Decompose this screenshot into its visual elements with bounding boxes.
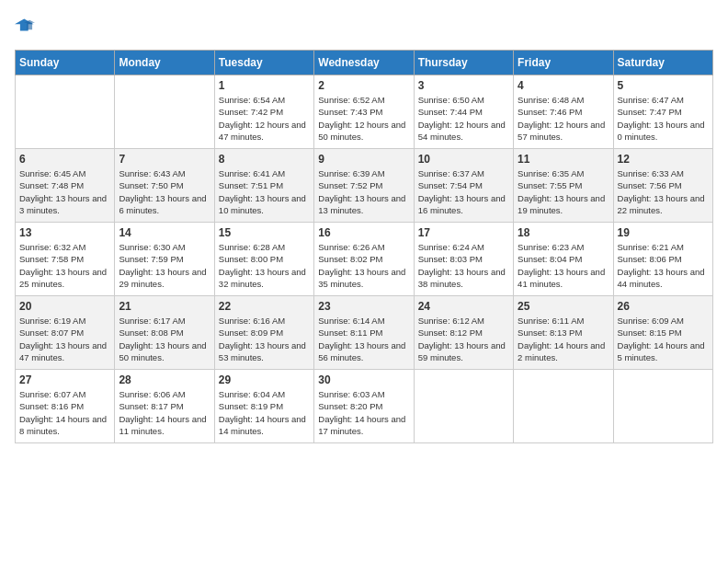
day-number: 17 [418, 226, 509, 239]
calendar-header-row: SundayMondayTuesdayWednesdayThursdayFrid… [16, 51, 713, 75]
day-number: 19 [618, 226, 709, 239]
day-number: 27 [19, 373, 110, 386]
calendar-cell: 14Sunrise: 6:30 AMSunset: 7:59 PMDayligh… [115, 223, 214, 296]
day-info: Sunrise: 6:48 AMSunset: 7:46 PMDaylight:… [518, 94, 609, 143]
calendar-cell [514, 370, 613, 443]
day-info: Sunrise: 6:09 AMSunset: 8:15 PMDaylight:… [618, 315, 709, 363]
day-info: Sunrise: 6:30 AMSunset: 7:59 PMDaylight:… [119, 241, 210, 290]
day-header-saturday: Saturday [613, 51, 712, 75]
day-info: Sunrise: 6:16 AMSunset: 8:09 PMDaylight:… [219, 315, 310, 363]
calendar-cell [16, 75, 115, 149]
calendar-cell: 17Sunrise: 6:24 AMSunset: 8:03 PMDayligh… [414, 223, 513, 296]
calendar-week-row: 6Sunrise: 6:45 AMSunset: 7:48 PMDaylight… [16, 149, 713, 223]
day-number: 30 [318, 373, 409, 386]
calendar-cell: 30Sunrise: 6:03 AMSunset: 8:20 PMDayligh… [314, 370, 414, 443]
day-header-wednesday: Wednesday [314, 51, 414, 75]
calendar-body: 1Sunrise: 6:54 AMSunset: 7:42 PMDaylight… [16, 75, 713, 443]
calendar-cell: 15Sunrise: 6:28 AMSunset: 8:00 PMDayligh… [214, 223, 313, 296]
calendar-cell: 9Sunrise: 6:39 AMSunset: 7:52 PMDaylight… [314, 149, 414, 223]
day-info: Sunrise: 6:35 AMSunset: 7:55 PMDaylight:… [518, 167, 609, 216]
day-info: Sunrise: 6:37 AMSunset: 7:54 PMDaylight:… [418, 167, 509, 216]
day-number: 10 [418, 153, 509, 166]
day-number: 3 [418, 79, 509, 92]
day-info: Sunrise: 6:43 AMSunset: 7:50 PMDaylight:… [119, 167, 210, 216]
day-info: Sunrise: 6:33 AMSunset: 7:56 PMDaylight:… [618, 167, 709, 216]
day-info: Sunrise: 6:26 AMSunset: 8:02 PMDaylight:… [318, 241, 409, 290]
day-header-tuesday: Tuesday [214, 51, 313, 75]
day-number: 18 [518, 226, 609, 239]
day-number: 1 [219, 79, 310, 92]
day-number: 8 [219, 153, 310, 166]
day-number: 21 [119, 300, 210, 313]
calendar-week-row: 20Sunrise: 6:19 AMSunset: 8:07 PMDayligh… [16, 296, 713, 370]
calendar-cell: 22Sunrise: 6:16 AMSunset: 8:09 PMDayligh… [214, 296, 313, 370]
day-number: 7 [119, 153, 210, 166]
calendar-cell: 8Sunrise: 6:41 AMSunset: 7:51 PMDaylight… [214, 149, 313, 223]
calendar-cell: 19Sunrise: 6:21 AMSunset: 8:06 PMDayligh… [613, 223, 712, 296]
day-number: 2 [318, 79, 409, 92]
calendar-cell: 3Sunrise: 6:50 AMSunset: 7:44 PMDaylight… [414, 75, 513, 149]
day-info: Sunrise: 6:45 AMSunset: 7:48 PMDaylight:… [19, 167, 110, 216]
calendar-cell: 29Sunrise: 6:04 AMSunset: 8:19 PMDayligh… [214, 370, 313, 443]
day-number: 20 [19, 300, 110, 313]
calendar-cell: 28Sunrise: 6:06 AMSunset: 8:17 PMDayligh… [115, 370, 214, 443]
day-info: Sunrise: 6:28 AMSunset: 8:00 PMDaylight:… [219, 241, 310, 290]
day-number: 13 [19, 226, 110, 239]
calendar-cell: 1Sunrise: 6:54 AMSunset: 7:42 PMDaylight… [214, 75, 313, 149]
day-info: Sunrise: 6:17 AMSunset: 8:08 PMDaylight:… [119, 315, 210, 363]
calendar-cell: 18Sunrise: 6:23 AMSunset: 8:04 PMDayligh… [514, 223, 613, 296]
calendar-cell [414, 370, 513, 443]
day-info: Sunrise: 6:04 AMSunset: 8:19 PMDaylight:… [219, 388, 310, 437]
calendar-cell: 2Sunrise: 6:52 AMSunset: 7:43 PMDaylight… [314, 75, 414, 149]
day-number: 15 [219, 226, 310, 239]
day-info: Sunrise: 6:39 AMSunset: 7:52 PMDaylight:… [318, 167, 409, 216]
day-number: 22 [219, 300, 310, 313]
day-info: Sunrise: 6:12 AMSunset: 8:12 PMDaylight:… [418, 315, 509, 363]
day-number: 14 [119, 226, 210, 239]
day-header-friday: Friday [514, 51, 613, 75]
header [15, 15, 713, 39]
calendar-cell: 7Sunrise: 6:43 AMSunset: 7:50 PMDaylight… [115, 149, 214, 223]
day-info: Sunrise: 6:24 AMSunset: 8:03 PMDaylight:… [418, 241, 509, 290]
day-number: 29 [219, 373, 310, 386]
calendar-cell: 12Sunrise: 6:33 AMSunset: 7:56 PMDayligh… [613, 149, 712, 223]
calendar-week-row: 1Sunrise: 6:54 AMSunset: 7:42 PMDaylight… [16, 75, 713, 149]
calendar-cell: 20Sunrise: 6:19 AMSunset: 8:07 PMDayligh… [16, 296, 115, 370]
calendar-week-row: 13Sunrise: 6:32 AMSunset: 7:58 PMDayligh… [16, 223, 713, 296]
day-number: 25 [518, 300, 609, 313]
calendar-cell: 24Sunrise: 6:12 AMSunset: 8:12 PMDayligh… [414, 296, 513, 370]
calendar-cell: 6Sunrise: 6:45 AMSunset: 7:48 PMDaylight… [16, 149, 115, 223]
day-info: Sunrise: 6:47 AMSunset: 7:47 PMDaylight:… [618, 94, 709, 143]
day-info: Sunrise: 6:21 AMSunset: 8:06 PMDaylight:… [618, 241, 709, 290]
calendar-cell: 5Sunrise: 6:47 AMSunset: 7:47 PMDaylight… [613, 75, 712, 149]
calendar-cell [613, 370, 712, 443]
day-number: 16 [318, 226, 409, 239]
day-header-sunday: Sunday [16, 51, 115, 75]
calendar-cell: 27Sunrise: 6:07 AMSunset: 8:16 PMDayligh… [16, 370, 115, 443]
day-info: Sunrise: 6:50 AMSunset: 7:44 PMDaylight:… [418, 94, 509, 143]
day-number: 6 [19, 153, 110, 166]
calendar-cell: 26Sunrise: 6:09 AMSunset: 8:15 PMDayligh… [613, 296, 712, 370]
calendar-cell: 23Sunrise: 6:14 AMSunset: 8:11 PMDayligh… [314, 296, 414, 370]
day-info: Sunrise: 6:03 AMSunset: 8:20 PMDaylight:… [318, 388, 409, 437]
day-info: Sunrise: 6:19 AMSunset: 8:07 PMDaylight:… [19, 315, 110, 363]
day-info: Sunrise: 6:32 AMSunset: 7:58 PMDaylight:… [19, 241, 110, 290]
day-info: Sunrise: 6:52 AMSunset: 7:43 PMDaylight:… [318, 94, 409, 143]
day-number: 23 [318, 300, 409, 313]
day-info: Sunrise: 6:41 AMSunset: 7:51 PMDaylight:… [219, 167, 310, 216]
calendar-table: SundayMondayTuesdayWednesdayThursdayFrid… [15, 50, 713, 443]
calendar-cell: 10Sunrise: 6:37 AMSunset: 7:54 PMDayligh… [414, 149, 513, 223]
calendar-cell: 11Sunrise: 6:35 AMSunset: 7:55 PMDayligh… [514, 149, 613, 223]
day-info: Sunrise: 6:14 AMSunset: 8:11 PMDaylight:… [318, 315, 409, 363]
day-header-thursday: Thursday [414, 51, 513, 75]
day-number: 12 [618, 153, 709, 166]
calendar-cell [115, 75, 214, 149]
calendar-cell: 16Sunrise: 6:26 AMSunset: 8:02 PMDayligh… [314, 223, 414, 296]
day-info: Sunrise: 6:23 AMSunset: 8:04 PMDaylight:… [518, 241, 609, 290]
day-number: 11 [518, 153, 609, 166]
day-number: 4 [518, 79, 609, 92]
day-info: Sunrise: 6:54 AMSunset: 7:42 PMDaylight:… [219, 94, 310, 143]
calendar-cell: 21Sunrise: 6:17 AMSunset: 8:08 PMDayligh… [115, 296, 214, 370]
logo [15, 15, 39, 39]
day-number: 9 [318, 153, 409, 166]
